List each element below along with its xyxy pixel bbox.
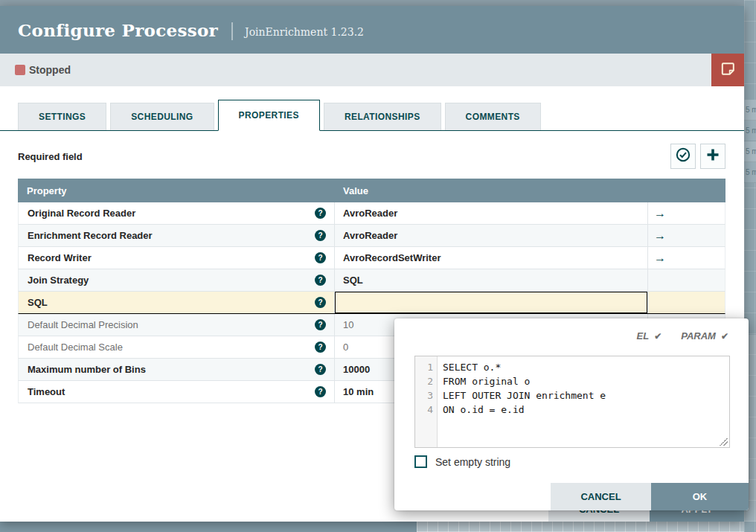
table-row: Original Record Reader?AvroReader→ <box>18 202 725 225</box>
line-number: 2 <box>415 374 433 388</box>
expression-language-indicators: EL ✔ PARAM ✔ <box>637 330 728 342</box>
sticky-note-icon <box>720 60 737 80</box>
line-number: 4 <box>415 403 433 417</box>
line-number: 1 <box>415 360 433 374</box>
column-header-property: Property <box>18 185 334 196</box>
nifi-canvas: 5 m5 m5 m5 m Configure Processor JoinEnr… <box>0 0 756 532</box>
property-name: Maximum number of Bins <box>28 364 146 375</box>
go-to-service-icon[interactable]: → <box>654 252 666 264</box>
line-number-gutter: 1234 <box>415 356 438 447</box>
value-cell[interactable]: AvroReader <box>334 202 647 224</box>
table-row: SQL? <box>18 292 725 314</box>
property-value: 10000 <box>343 364 370 375</box>
arrow-cell <box>647 269 725 291</box>
property-cell: Default Decimal Precision? <box>19 314 334 336</box>
table-row: Enrichment Record Reader?AvroReader→ <box>18 225 725 247</box>
dialog-header: Configure Processor JoinEnrichment 1.23.… <box>0 6 744 54</box>
editor-cancel-button[interactable]: CANCEL <box>551 483 651 510</box>
required-field-label: Required field <box>18 151 83 162</box>
title-divider <box>231 22 233 40</box>
editor-ok-button[interactable]: OK <box>651 483 749 510</box>
param-label: PARAM <box>681 330 716 342</box>
tab-scheduling[interactable]: SCHEDULING <box>110 103 214 130</box>
property-value: SQL <box>343 275 363 286</box>
verify-properties-button[interactable] <box>670 144 696 169</box>
processor-name-version: JoinEnrichment 1.23.2 <box>245 26 364 38</box>
background-processor-stats: 5 m5 m5 m5 m <box>744 100 756 183</box>
set-empty-string-option[interactable]: Set empty string <box>414 455 510 468</box>
property-value: 10 <box>343 319 353 330</box>
property-value: AvroRecordSetWriter <box>343 252 441 263</box>
arrow-cell <box>647 292 725 313</box>
code-line: SELECT o.* <box>443 360 729 374</box>
help-icon[interactable]: ? <box>315 386 326 397</box>
tab-settings[interactable]: SETTINGS <box>18 103 106 130</box>
checkbox-unchecked[interactable] <box>414 455 427 468</box>
value-editor-popup: EL ✔ PARAM ✔ 1234 SELECT o.*FROM origina… <box>394 318 749 510</box>
tab-bar: SETTINGSSCHEDULINGPROPERTIESRELATIONSHIP… <box>0 99 744 131</box>
help-icon[interactable]: ? <box>315 297 326 308</box>
resize-handle[interactable] <box>720 438 728 446</box>
checkbox-label: Set empty string <box>435 456 510 468</box>
stat-row: 5 m <box>744 121 756 141</box>
help-icon[interactable]: ? <box>315 230 326 241</box>
tab-relationships[interactable]: RELATIONSHIPS <box>324 103 441 130</box>
arrow-cell: → <box>647 225 725 246</box>
status-bar: Stopped <box>0 54 744 86</box>
property-cell: Record Writer? <box>19 247 334 269</box>
tab-properties[interactable]: PROPERTIES <box>218 100 320 131</box>
check-icon: ✔ <box>721 331 728 342</box>
tab-comments[interactable]: COMMENTS <box>445 103 541 130</box>
code-line: ON o.id = e.id <box>443 403 729 417</box>
popup-footer: CANCEL OK <box>551 483 749 510</box>
property-value: AvroReader <box>343 230 397 241</box>
help-icon[interactable]: ? <box>315 364 326 375</box>
help-icon[interactable]: ? <box>315 342 326 353</box>
code-text[interactable]: SELECT o.*FROM original oLEFT OUTER JOIN… <box>438 356 729 447</box>
property-value: 0 <box>343 342 348 353</box>
add-property-button[interactable] <box>700 144 725 169</box>
property-cell: SQL? <box>19 292 334 313</box>
arrow-cell: → <box>647 202 725 224</box>
properties-toolbar: Required field <box>0 131 744 171</box>
value-cell[interactable]: SQL <box>334 269 647 291</box>
stat-row: 5 m <box>744 141 756 162</box>
canvas-bottom-band <box>0 522 417 532</box>
value-cell[interactable] <box>334 292 647 313</box>
help-icon[interactable]: ? <box>315 275 326 286</box>
code-line: LEFT OUTER JOIN enrichment e <box>443 388 729 403</box>
sql-code-editor[interactable]: 1234 SELECT o.*FROM original oLEFT OUTER… <box>414 356 730 448</box>
dialog-title: Configure Processor <box>18 20 218 40</box>
property-name: Timeout <box>28 386 65 397</box>
property-value: 10 min <box>343 386 374 397</box>
property-cell: Timeout? <box>19 381 334 403</box>
el-supported-indicator: EL ✔ <box>637 330 662 342</box>
property-name: Default Decimal Scale <box>28 342 123 353</box>
stopped-icon <box>15 65 25 75</box>
go-to-service-icon[interactable]: → <box>654 230 666 242</box>
comments-button[interactable] <box>711 54 744 86</box>
table-row: Join Strategy?SQL <box>18 269 725 292</box>
help-icon[interactable]: ? <box>315 252 326 263</box>
property-name: Join Strategy <box>28 275 89 286</box>
stat-row: 5 m <box>744 100 756 121</box>
value-cell[interactable]: AvroReader <box>334 225 647 246</box>
el-label: EL <box>637 330 650 342</box>
property-name: Original Record Reader <box>28 208 135 219</box>
table-header: Property Value <box>18 179 725 202</box>
canvas-top-strip <box>0 0 744 6</box>
property-cell: Original Record Reader? <box>19 202 334 224</box>
status-label: Stopped <box>29 64 71 76</box>
stat-row: 5 m <box>744 162 756 183</box>
property-cell: Maximum number of Bins? <box>19 359 334 380</box>
property-cell: Default Decimal Scale? <box>19 336 334 358</box>
arrow-cell: → <box>647 247 725 269</box>
help-icon[interactable]: ? <box>315 208 326 219</box>
line-number: 3 <box>415 388 433 403</box>
property-name: Record Writer <box>28 252 92 263</box>
value-cell[interactable]: AvroRecordSetWriter <box>334 247 647 269</box>
go-to-service-icon[interactable]: → <box>654 208 666 219</box>
code-line: FROM original o <box>443 374 729 388</box>
help-icon[interactable]: ? <box>315 319 326 330</box>
column-header-value: Value <box>334 185 725 196</box>
